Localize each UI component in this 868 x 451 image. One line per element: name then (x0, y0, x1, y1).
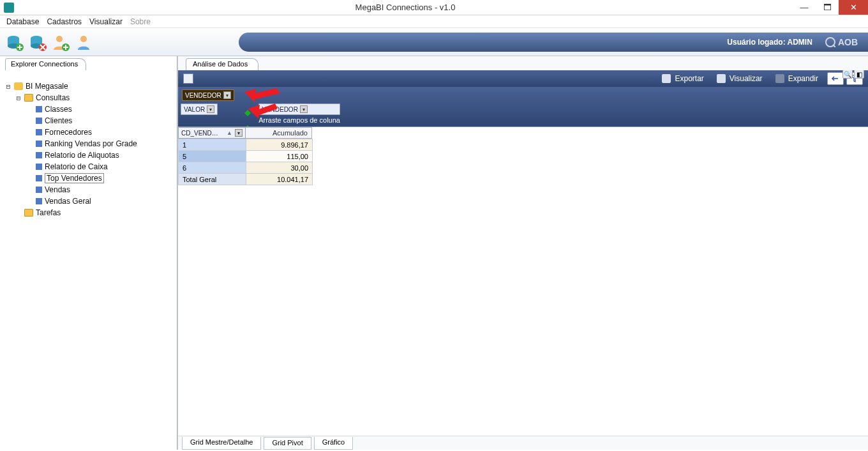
preview-icon (717, 74, 726, 83)
tree-item-vendas[interactable]: Vendas (36, 184, 174, 195)
cube-icon (36, 129, 42, 135)
view-mode-tabs: Grid Mestre/Detalhe Grid Pivot Gráfico (178, 436, 868, 450)
row-key: 5 (179, 151, 246, 162)
row-key: 1 (179, 139, 246, 151)
db-delete-icon[interactable] (28, 33, 47, 52)
tree-item-vendasgeral[interactable]: Vendas Geral (36, 195, 174, 207)
menu-visualizar[interactable]: Visualizar (87, 17, 125, 26)
filter-chip-vendedor[interactable]: VENDEDOR ▾ (182, 89, 234, 101)
user-status-bar: Usuário logado: ADMIN AOB (239, 33, 868, 52)
undo-button[interactable] (827, 72, 844, 85)
chevron-down-icon[interactable]: ▾ (235, 129, 243, 137)
folder-icon (24, 94, 33, 102)
explorer-panel: Explorer Connections 🔍 ◧ ⊟BI Megasale ⊟C… (0, 56, 177, 450)
table-total-row: Total Geral10.041,17 (179, 174, 313, 185)
total-value: 10.041,17 (246, 174, 313, 185)
tab-grid-pivot[interactable]: Grid Pivot (264, 437, 311, 450)
sort-asc-icon[interactable]: ▲ (227, 130, 232, 136)
cube-icon (36, 141, 42, 147)
expand-icon (775, 74, 784, 83)
data-chip-valor[interactable]: VALOR ▾ (181, 103, 218, 115)
tree-consultas[interactable]: ⊟Consultas (15, 92, 174, 103)
pivot-rowfield-header[interactable]: CD_VENDEDOR ▲ ▾ (178, 127, 246, 139)
chevron-down-icon[interactable]: ▾ (300, 105, 308, 113)
menu-cadastros[interactable]: Cadastros (44, 17, 84, 26)
tab-grafico[interactable]: Gráfico (314, 437, 353, 450)
menu-bar: Database Cadastros Visualizar Sobre (0, 15, 868, 28)
pivot-value-header[interactable]: Acumulado (246, 127, 312, 139)
row-value: 9.896,17 (246, 139, 313, 151)
menu-sobre[interactable]: Sobre (128, 17, 153, 26)
analysis-tab[interactable]: Análise de Dados (186, 58, 258, 70)
pivot-data-table: 19.896,175115,00630,00Total Geral10.041,… (178, 139, 313, 185)
table-row[interactable]: 19.896,17 (179, 139, 313, 151)
table-row[interactable]: 5115,00 (179, 151, 313, 162)
row-value: 115,00 (246, 151, 313, 162)
db-add-icon[interactable] (5, 33, 24, 52)
window-titlebar: MegaBI Connections - v1.0 — 🗖 ✕ (0, 0, 868, 15)
tree-item-clientes[interactable]: Clientes (36, 115, 174, 126)
brand-logo: AOB (825, 37, 858, 47)
logged-user-label: Usuário logado: ADMIN (727, 38, 812, 47)
tree-tarefas[interactable]: Tarefas (15, 207, 174, 218)
cube-icon (36, 198, 42, 204)
close-button[interactable]: ✕ (839, 0, 868, 15)
save-icon[interactable] (183, 73, 193, 84)
table-row[interactable]: 630,00 (179, 162, 313, 174)
tree-item-aliquotas[interactable]: Relatorio de Aliquotas (36, 149, 174, 161)
user-add-icon[interactable] (51, 33, 70, 52)
exportar-button[interactable]: Exportar (655, 74, 710, 83)
window-title: MegaBI Connections - v1.0 (18, 3, 793, 12)
svg-marker-14 (244, 89, 256, 102)
main-toolbar: Usuário logado: ADMIN AOB (0, 28, 868, 56)
pivot-config-area: VENDEDOR ▾ VALOR ▾ VENDEDOR ▾ Arraste ca… (178, 87, 868, 126)
row-value: 30,00 (246, 162, 313, 174)
total-label: Total Geral (179, 174, 246, 185)
tree-item-caixa[interactable]: Relatorio de Caixa (36, 161, 174, 172)
export-icon (662, 74, 671, 83)
menu-database[interactable]: Database (4, 17, 41, 26)
cube-icon (36, 164, 42, 170)
folder-icon (24, 209, 33, 217)
explorer-tab[interactable]: Explorer Connections (5, 58, 86, 70)
visualizar-button[interactable]: Visualizar (710, 74, 769, 83)
analysis-toolbar: Exportar Visualizar Expandir (178, 70, 868, 87)
maximize-button[interactable]: 🗖 (816, 0, 839, 15)
chevron-down-icon[interactable]: ▾ (207, 105, 214, 113)
svg-point-8 (56, 36, 63, 42)
svg-marker-16 (248, 105, 260, 119)
tree-item-fornecedores[interactable]: Fornecedores (36, 126, 174, 138)
explorer-tree[interactable]: ⊟BI Megasale ⊟Consultas Classes Clientes… (0, 70, 177, 450)
cube-icon (36, 106, 42, 112)
red-arrow-annotation (238, 87, 283, 119)
minimize-button[interactable]: — (793, 0, 816, 15)
tree-root-label: BI Megasale (26, 82, 68, 91)
svg-line-12 (833, 45, 835, 47)
expandir-button[interactable]: Expandir (769, 74, 825, 83)
cube-icon (36, 175, 42, 181)
row-key: 6 (179, 162, 246, 174)
tree-item-topvend[interactable]: Top Vendedores (36, 172, 174, 184)
database-icon (14, 82, 23, 90)
tree-root[interactable]: ⊟BI Megasale (5, 80, 174, 92)
cube-icon (36, 187, 42, 193)
tree-item-ranking[interactable]: Ranking Vendas por Grade (36, 138, 174, 149)
tree-item-classes[interactable]: Classes (36, 103, 174, 115)
user-icon[interactable] (74, 33, 93, 52)
explorer-search-icon[interactable]: 🔍 (842, 70, 853, 79)
app-icon (4, 3, 14, 13)
tab-grid-mestre[interactable]: Grid Mestre/Detalhe (182, 437, 261, 450)
chevron-down-icon[interactable]: ▾ (223, 91, 231, 99)
pivot-grid[interactable]: CD_VENDEDOR ▲ ▾ Acumulado 19.896,175115,… (178, 126, 868, 436)
cube-icon (36, 152, 42, 158)
tree-consultas-label: Consultas (36, 93, 70, 102)
svg-point-10 (80, 36, 87, 42)
cube-icon (36, 118, 42, 124)
analysis-panel: Análise de Dados Exportar Visualizar Exp… (177, 56, 868, 450)
explorer-pin-icon[interactable]: ◧ (854, 70, 864, 79)
